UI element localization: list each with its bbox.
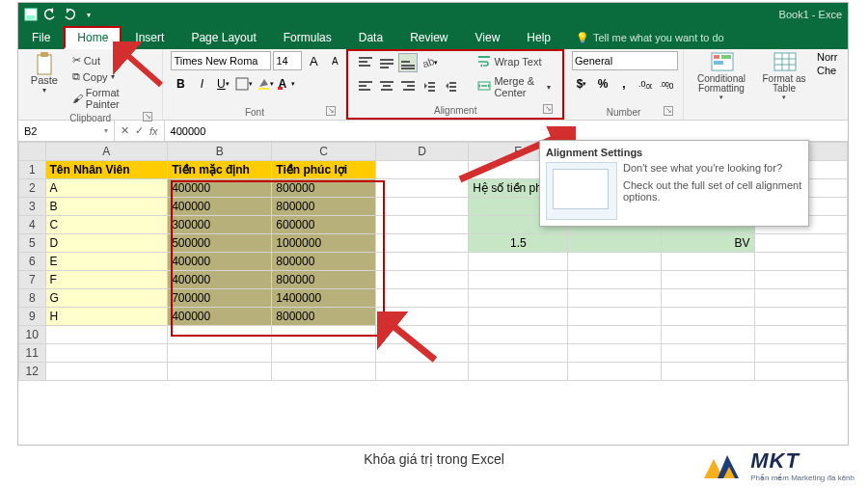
cell[interactable]	[45, 344, 168, 363]
cell[interactable]: 400000	[168, 308, 272, 326]
cell[interactable]: 400000	[168, 179, 272, 198]
cell[interactable]	[375, 253, 468, 271]
row-header[interactable]: 11	[19, 344, 46, 363]
row-header[interactable]: 5	[19, 234, 46, 253]
cell[interactable]: 300000	[168, 216, 272, 234]
col-header-C[interactable]: C	[272, 143, 376, 161]
accounting-format-icon[interactable]: $▾	[572, 74, 591, 94]
name-box[interactable]: B2▾	[18, 121, 115, 141]
cell[interactable]	[375, 271, 468, 289]
cell[interactable]	[754, 308, 847, 326]
decrease-decimal-icon[interactable]: .00.0	[657, 74, 676, 94]
percent-format-icon[interactable]: %	[593, 74, 612, 94]
cell[interactable]: 1400000	[272, 289, 376, 308]
cell[interactable]	[568, 344, 661, 363]
cell[interactable]	[469, 289, 568, 308]
decrease-indent-icon[interactable]	[420, 76, 439, 95]
paste-button[interactable]: Paste ▾	[26, 51, 63, 95]
cell[interactable]: 400000	[168, 198, 272, 216]
increase-decimal-icon[interactable]: .0.00	[636, 74, 655, 94]
tab-file[interactable]: File	[18, 26, 64, 49]
fx-icon[interactable]: fx	[149, 125, 158, 137]
align-top-icon[interactable]	[356, 53, 375, 72]
enter-formula-icon[interactable]: ✓	[135, 124, 144, 137]
cell[interactable]	[568, 271, 661, 289]
cell[interactable]	[661, 308, 754, 326]
cell[interactable]: A	[45, 179, 168, 198]
cell[interactable]	[754, 289, 847, 308]
cell[interactable]	[661, 289, 754, 308]
font-size-combo[interactable]	[273, 51, 302, 70]
cell[interactable]: E	[45, 253, 168, 271]
conditional-formatting-button[interactable]: Conditional Formatting▾	[692, 51, 751, 101]
clipboard-launcher-icon[interactable]: ↘	[143, 112, 152, 122]
align-middle-icon[interactable]	[377, 53, 396, 72]
cell[interactable]	[754, 344, 847, 363]
cell[interactable]	[45, 363, 168, 381]
orientation-icon[interactable]: ab▾	[420, 53, 439, 72]
row-header[interactable]: 12	[19, 363, 46, 381]
tab-page-layout[interactable]: Page Layout	[177, 26, 269, 49]
row-header[interactable]: 10	[19, 326, 46, 344]
redo-icon[interactable]	[63, 8, 76, 21]
cell[interactable]	[568, 308, 661, 326]
cell[interactable]	[754, 253, 847, 271]
row-header[interactable]: 8	[19, 289, 46, 308]
cell[interactable]: D	[45, 234, 168, 253]
cell[interactable]: 700000	[168, 289, 272, 308]
row-header[interactable]: 9	[19, 308, 46, 326]
row-header[interactable]: 2	[19, 179, 46, 198]
cell[interactable]: Tên Nhân Viên	[45, 161, 168, 179]
cell[interactable]: 400000	[168, 271, 272, 289]
col-header-B[interactable]: B	[168, 143, 272, 161]
cell[interactable]	[754, 271, 847, 289]
bold-button[interactable]: B	[171, 74, 190, 94]
underline-button[interactable]: U▾	[213, 74, 232, 94]
format-as-table-button[interactable]: Format as Table▾	[759, 51, 809, 101]
alignment-launcher-icon[interactable]: ↘	[543, 104, 553, 114]
cell[interactable]	[754, 234, 847, 253]
cell[interactable]	[272, 326, 376, 344]
cell[interactable]	[568, 326, 661, 344]
cell[interactable]	[568, 289, 661, 308]
cell[interactable]	[168, 363, 272, 381]
cell[interactable]	[568, 363, 661, 381]
align-bottom-icon[interactable]	[398, 53, 418, 72]
cell[interactable]: G	[45, 289, 168, 308]
cell[interactable]	[754, 326, 847, 344]
qat-dropdown-icon[interactable]: ▾	[82, 8, 95, 21]
tab-help[interactable]: Help	[513, 26, 564, 49]
cell[interactable]: 800000	[272, 308, 376, 326]
select-all[interactable]	[19, 143, 46, 161]
cell[interactable]	[661, 253, 754, 271]
cell[interactable]	[469, 308, 568, 326]
tab-view[interactable]: View	[462, 26, 514, 49]
fill-color-icon[interactable]: ▾	[256, 74, 275, 94]
font-name-combo[interactable]	[171, 51, 271, 70]
cell[interactable]	[661, 271, 754, 289]
cancel-formula-icon[interactable]: ✕	[121, 124, 129, 137]
tab-review[interactable]: Review	[396, 26, 461, 49]
cell[interactable]	[168, 326, 272, 344]
comma-format-icon[interactable]: ,	[614, 74, 634, 94]
cell[interactable]	[661, 326, 754, 344]
cell[interactable]	[661, 363, 754, 381]
cell[interactable]: 500000	[168, 234, 272, 253]
cell[interactable]	[754, 363, 847, 381]
undo-icon[interactable]	[43, 8, 57, 21]
cell[interactable]	[469, 326, 568, 344]
cell[interactable]	[272, 363, 376, 381]
cell[interactable]: 400000	[168, 253, 272, 271]
style-normal[interactable]: Norr	[817, 51, 840, 63]
formula-value[interactable]: 400000	[165, 125, 212, 137]
align-left-icon[interactable]	[356, 76, 375, 95]
row-header[interactable]: 3	[19, 198, 46, 216]
cell[interactable]	[375, 198, 468, 216]
cell[interactable]: 600000	[272, 216, 376, 234]
cell[interactable]	[375, 234, 468, 253]
cell[interactable]: Tiền phúc lợi	[272, 161, 376, 179]
cell[interactable]: Tiền mặc định	[168, 161, 272, 179]
row-header[interactable]: 1	[19, 161, 46, 179]
cell[interactable]: 1.5	[469, 234, 568, 253]
cell[interactable]: 800000	[272, 253, 376, 271]
